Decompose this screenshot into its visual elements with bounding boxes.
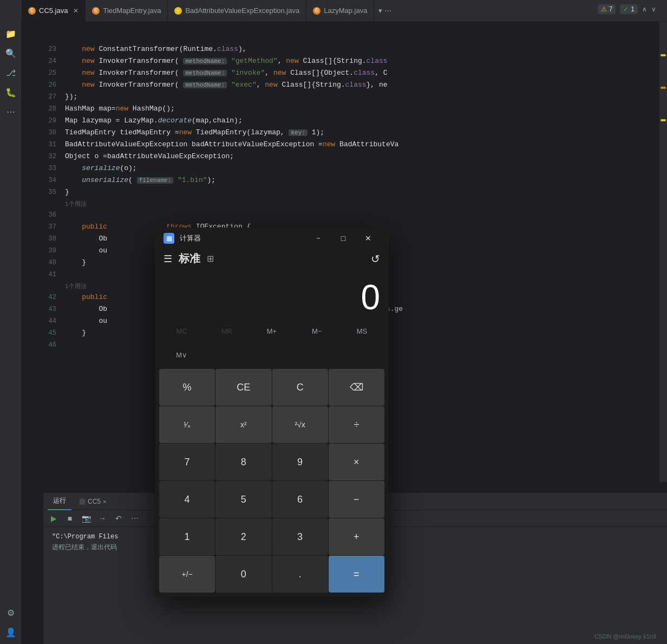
calc-btn-8[interactable]: 8 bbox=[215, 444, 271, 480]
tab-label-cc5: CC5.java bbox=[39, 6, 68, 15]
code-line-35: 35 } bbox=[43, 186, 612, 198]
calc-mem-btn-mv[interactable]: M∨ bbox=[159, 343, 204, 367]
calc-mem-btn-mc[interactable]: MC bbox=[159, 319, 204, 343]
calculator-window: ▦ 计算器 － □ ✕ ☰ 标准 ⊞ ↺ 0 MC bbox=[155, 227, 389, 597]
calc-mem-mr-label: MR bbox=[221, 327, 232, 335]
check-badge: ✓ 1 bbox=[620, 4, 638, 14]
calc-app-icon: ▦ bbox=[164, 233, 174, 244]
calc-mem-mminus-label: M− bbox=[312, 327, 322, 335]
output-text-1: "C:\Program Files bbox=[52, 533, 118, 541]
calc-btn-8-label: 8 bbox=[241, 457, 246, 468]
code-line-24: 24 new InvokerTransformer( methodName: "… bbox=[43, 55, 612, 67]
code-line-33: 33 serialize(o); bbox=[43, 162, 612, 174]
tab-cc5[interactable]: © CC5.java ✕ bbox=[22, 0, 86, 22]
check-count: 1 bbox=[631, 5, 635, 13]
calc-btn-backspace[interactable]: ⌫ bbox=[329, 369, 384, 406]
calc-mem-btn-mr[interactable]: MR bbox=[204, 319, 249, 343]
tab-bad[interactable]: ⚡ BadAttributeValueExpException.java bbox=[168, 0, 306, 22]
calc-close-button[interactable]: ✕ bbox=[356, 230, 380, 246]
check-icon: ✓ bbox=[623, 5, 629, 13]
run-btn-screenshot[interactable]: 📷 bbox=[80, 512, 92, 524]
calc-mode-icon[interactable]: ⊞ bbox=[207, 253, 214, 264]
bottom-tab-run[interactable]: 运行 bbox=[48, 493, 71, 510]
calc-btn-percent[interactable]: % bbox=[159, 369, 215, 406]
calc-btn-add[interactable]: + bbox=[329, 518, 384, 555]
calc-btn-negate[interactable]: +/− bbox=[159, 556, 215, 593]
calc-mem-btn-mminus[interactable]: M− bbox=[295, 319, 339, 343]
calc-btn-reciprocal[interactable]: ¹⁄ₓ bbox=[159, 406, 215, 443]
bottom-tab-cc5[interactable]: □ CC5 × bbox=[74, 493, 112, 510]
calc-btn-4[interactable]: 4 bbox=[159, 481, 215, 518]
calc-mem-mplus-label: M+ bbox=[267, 327, 277, 335]
tab-label-bad: BadAttributeValueExpException.java bbox=[185, 6, 299, 15]
calc-btn-5[interactable]: 5 bbox=[215, 481, 271, 518]
run-btn-more[interactable]: ⋯ bbox=[129, 512, 141, 524]
calc-btn-ce[interactable]: CE bbox=[215, 369, 271, 406]
calc-btn-6-label: 6 bbox=[297, 494, 303, 505]
sidebar-icon-folder[interactable]: 📁 bbox=[3, 26, 18, 41]
calc-btn-divide[interactable]: ÷ bbox=[329, 406, 384, 443]
tab-icon-cc5: © bbox=[28, 7, 36, 15]
scroll-marker-2 bbox=[661, 87, 666, 89]
run-btn-play[interactable]: ▶ bbox=[48, 512, 60, 524]
calc-title-left: ▦ 计算器 bbox=[164, 233, 201, 244]
calc-btn-c-label: C bbox=[297, 382, 304, 393]
calc-mem-mv-label: M∨ bbox=[176, 351, 187, 359]
calc-app-icon-symbol: ▦ bbox=[166, 235, 172, 242]
warning-icon: ⚠ bbox=[601, 5, 607, 13]
tab-lazy[interactable]: © LazyMap.java bbox=[306, 0, 374, 22]
tab-close-cc5[interactable]: ✕ bbox=[73, 7, 79, 15]
calc-btn-equals[interactable]: = bbox=[329, 556, 384, 593]
calc-history-button[interactable]: ↺ bbox=[371, 252, 380, 265]
calc-btn-ce-label: CE bbox=[237, 382, 250, 393]
calc-btn-square[interactable]: x² bbox=[215, 406, 271, 443]
calc-btn-decimal[interactable]: . bbox=[272, 556, 328, 593]
calc-btn-subtract[interactable]: − bbox=[329, 481, 384, 518]
calc-header: ☰ 标准 ⊞ ↺ bbox=[155, 249, 389, 270]
sidebar-icon-search[interactable]: 🔍 bbox=[3, 45, 18, 61]
sidebar-icon-avatar[interactable]: 👤 bbox=[3, 625, 18, 640]
error-more-icon[interactable]: ∨ bbox=[651, 5, 656, 13]
scroll-marker-3 bbox=[661, 119, 666, 121]
calc-btn-6[interactable]: 6 bbox=[272, 481, 328, 518]
calc-btn-3-label: 3 bbox=[297, 531, 303, 543]
sidebar-icon-debug[interactable]: 🐛 bbox=[3, 84, 18, 100]
calc-minimize-button[interactable]: － bbox=[306, 230, 330, 246]
run-btn-arrow[interactable]: → bbox=[96, 512, 108, 524]
bottom-tab-cc5-icon: □ bbox=[79, 498, 86, 505]
error-bar: ⚠ 7 ✓ 1 ∧ ∨ bbox=[598, 4, 656, 14]
tab-tied[interactable]: © TiedMapEntry.java bbox=[86, 0, 168, 22]
calc-btn-1[interactable]: 1 bbox=[159, 518, 215, 555]
calc-btn-sqrt-label: ²√x bbox=[295, 420, 305, 429]
calc-btn-multiply[interactable]: × bbox=[329, 444, 384, 480]
calc-hamburger-icon[interactable]: ☰ bbox=[164, 253, 172, 265]
calc-btn-multiply-label: × bbox=[354, 457, 359, 468]
calc-mem-btn-ms[interactable]: MS bbox=[339, 319, 384, 343]
calc-btn-7[interactable]: 7 bbox=[159, 444, 215, 480]
calc-btn-2[interactable]: 2 bbox=[215, 518, 271, 555]
calc-btn-sqrt[interactable]: ²√x bbox=[272, 406, 328, 443]
tab-label-lazy: LazyMap.java bbox=[324, 6, 367, 15]
tab-overflow[interactable]: ▾ ⋯ bbox=[374, 6, 396, 15]
run-btn-stop[interactable]: ■ bbox=[64, 512, 76, 524]
run-btn-back[interactable]: ↶ bbox=[113, 512, 125, 524]
calc-close-icon: ✕ bbox=[365, 234, 371, 243]
bottom-tab-cc5-close[interactable]: × bbox=[103, 498, 106, 505]
calc-btn-3[interactable]: 3 bbox=[272, 518, 328, 555]
calc-mem-btn-mplus[interactable]: M+ bbox=[249, 319, 294, 343]
calc-maximize-button[interactable]: □ bbox=[331, 230, 355, 246]
code-line-36: 36 bbox=[43, 209, 612, 221]
warning-badge: ⚠ 7 bbox=[598, 4, 616, 14]
sidebar-icon-git[interactable]: ⎇ bbox=[3, 65, 18, 80]
calc-btn-9[interactable]: 9 bbox=[272, 444, 328, 480]
calc-btn-c[interactable]: C bbox=[272, 369, 328, 406]
calc-titlebar: ▦ 计算器 － □ ✕ bbox=[155, 227, 389, 249]
error-expand-icon[interactable]: ∧ bbox=[642, 5, 647, 13]
sidebar-icon-more[interactable]: ⋯ bbox=[3, 104, 18, 119]
calc-btn-0[interactable]: 0 bbox=[215, 556, 271, 593]
sidebar-icon-settings[interactable]: ⚙ bbox=[3, 605, 18, 620]
code-line-28: 28 HashMap map=new HashMap(); bbox=[43, 103, 612, 115]
calc-btn-add-label: + bbox=[354, 531, 359, 543]
tab-overflow-chevron: ▾ bbox=[378, 6, 382, 15]
calc-btn-negate-label: +/− bbox=[182, 570, 193, 578]
